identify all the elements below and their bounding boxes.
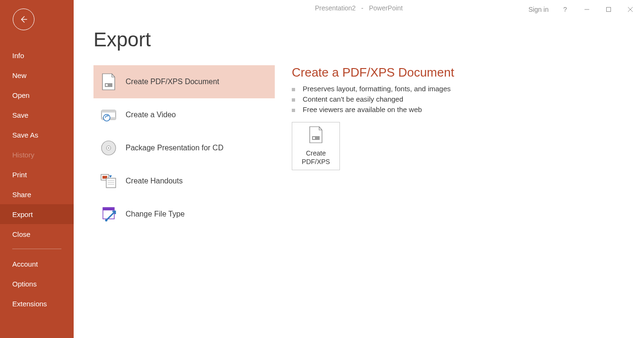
sidebar-item-print[interactable]: Print (0, 165, 74, 184)
title-separator: - (361, 4, 364, 12)
create-pdf-xps-button[interactable]: Create PDF/XPS (292, 122, 340, 170)
option-label: Create PDF/XPS Document (126, 78, 219, 86)
change-filetype-icon (99, 205, 118, 224)
svg-point-12 (108, 147, 109, 148)
detail-bullets: Preserves layout, formatting, fonts, and… (292, 85, 454, 113)
video-icon (99, 105, 118, 124)
option-package-cd[interactable]: Package Presentation for CD (93, 131, 275, 165)
minimize-icon (584, 7, 590, 12)
sidebar-nav: Info New Open Save Save As History Print… (0, 45, 74, 313)
page-title: Export (93, 28, 644, 51)
help-button[interactable]: ? (554, 0, 576, 19)
option-create-handouts[interactable]: Create Handouts (93, 165, 275, 198)
sidebar-item-extensions[interactable]: Extensions (0, 294, 74, 313)
action-label-line1: Create (306, 149, 326, 158)
svg-rect-7 (102, 110, 116, 113)
svg-point-21 (105, 219, 108, 222)
content-area: Presentation2 - PowerPoint Sign in ? Ex (74, 0, 644, 338)
sidebar-item-info[interactable]: Info (0, 45, 74, 65)
sidebar-separator (12, 249, 61, 249)
back-arrow-icon (18, 14, 29, 25)
backstage-sidebar: Info New Open Save Save As History Print… (0, 0, 74, 338)
sidebar-item-share[interactable]: Share (0, 184, 74, 204)
sign-in-link[interactable]: Sign in (523, 6, 554, 13)
option-create-pdf-xps[interactable]: Create PDF/XPS Document (93, 65, 275, 98)
option-label: Package Presentation for CD (126, 144, 223, 152)
svg-rect-20 (103, 208, 114, 210)
sidebar-item-history: History (0, 145, 74, 165)
sidebar-item-options[interactable]: Options (0, 274, 74, 294)
detail-bullet: Free viewers are available on the web (292, 105, 454, 113)
handouts-icon (99, 172, 118, 191)
svg-point-9 (103, 114, 110, 121)
sidebar-item-open[interactable]: Open (0, 85, 74, 105)
sidebar-item-account[interactable]: Account (0, 254, 74, 274)
sidebar-item-save[interactable]: Save (0, 105, 74, 125)
svg-rect-15 (106, 178, 116, 188)
svg-rect-5 (106, 84, 108, 86)
sidebar-item-close[interactable]: Close (0, 224, 74, 244)
minimize-button[interactable] (576, 0, 598, 19)
maximize-icon (606, 7, 611, 12)
option-label: Create a Video (126, 111, 176, 119)
detail-bullet: Content can't be easily changed (292, 95, 454, 103)
back-button[interactable] (13, 9, 34, 30)
detail-bullet: Preserves layout, formatting, fonts, and… (292, 85, 454, 93)
cd-icon (99, 139, 118, 157)
action-label-line2: PDF/XPS (302, 157, 330, 166)
option-label: Change File Type (126, 210, 185, 218)
pdf-document-icon (99, 72, 118, 91)
export-options-list: Create PDF/XPS Document Create a Video P… (93, 65, 275, 231)
window-title: Presentation2 - PowerPoint (315, 4, 403, 12)
app-name: PowerPoint (369, 4, 403, 12)
svg-rect-1 (607, 8, 611, 12)
export-detail-panel: Create a PDF/XPS Document Preserves layo… (275, 65, 454, 231)
maximize-button[interactable] (598, 0, 619, 19)
document-name: Presentation2 (315, 4, 356, 12)
option-change-file-type[interactable]: Change File Type (93, 198, 275, 231)
option-create-video[interactable]: Create a Video (93, 98, 275, 131)
export-page: Export Create PDF/XPS Document Create a … (74, 0, 644, 231)
option-label: Create Handouts (126, 177, 183, 185)
svg-rect-23 (313, 137, 315, 139)
close-window-button[interactable] (619, 0, 641, 19)
detail-title: Create a PDF/XPS Document (292, 65, 454, 80)
close-icon (627, 7, 633, 12)
sidebar-item-save-as[interactable]: Save As (0, 125, 74, 145)
sidebar-item-new[interactable]: New (0, 65, 74, 85)
titlebar: Presentation2 - PowerPoint Sign in ? (74, 0, 644, 19)
sidebar-item-export[interactable]: Export (0, 204, 74, 224)
pdf-document-icon (308, 126, 324, 146)
